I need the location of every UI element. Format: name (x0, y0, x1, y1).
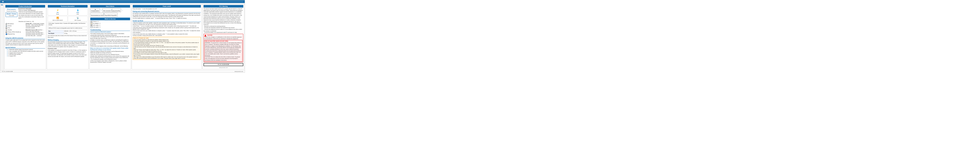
icon-list-left: 🎤 Microphone 🔊 Volume ⏮ Prev ⏸ (5, 23, 25, 36)
microphone-label: Microphone (8, 23, 14, 25)
how-arrow-1: → (100, 9, 102, 11)
aux-label: AUX cable × 1 (93, 25, 100, 26)
col-power: Power on/off Press the button " " to tur… (132, 4, 202, 70)
notice-f: f.when two Tremors enter Double Up mode,… (134, 49, 200, 52)
caution-header: CAUTION (207, 35, 212, 36)
notice-d: d.Once power off the main speaker will e… (134, 45, 200, 46)
how-it-works-header: How It Works (90, 5, 130, 8)
bluetooth-led-description: Bluetooth & Line in LED Gold Red — Line-… (25, 29, 45, 36)
col-how-it-works: How It Works 🔌 Charging speaker → 🔗 Wire… (89, 4, 131, 70)
pairing-icon: ⏭ (5, 31, 7, 33)
col-technical: Technical Information ⚡ 10w Power 💧 IPX5… (47, 4, 89, 70)
notice-e: e.After two tremors exit from 'Double Up… (134, 46, 200, 49)
product-description: BLUETOOTH SPEAKER Thank you Model: DREAM… (19, 8, 45, 22)
risk-box: RISK OF ELECTRIC SHOCK DO NOT OPEN WARNI… (204, 40, 242, 62)
nfc-icon: 📡 (76, 17, 79, 19)
charge-led-description: Charge LED — Charge battery charging Blu… (25, 23, 45, 28)
description-text: Thank you for purchasing this Bluetooth … (19, 11, 44, 19)
power-on-off-text: Press the button " " to turn the speaker… (133, 8, 201, 10)
line-in-section-title: Using the LINE IN connector (5, 37, 45, 39)
icon-microphone: 🎤 Microphone (5, 23, 25, 25)
troubleshoot-2-step-2: •Reset the speaker by turning it off and… (90, 52, 111, 54)
troubleshoot-2-step-3: •Clear the current pairing entry from yo… (90, 54, 119, 55)
troubleshoot-1-step-4: 3.If the issue only happens when connect… (90, 46, 128, 47)
tech-nfc: 📡 NFC Function (68, 16, 88, 22)
ipx5-icon: 💧 (76, 9, 79, 12)
wire-icon: 🔗 (103, 9, 120, 10)
feature-5: 5. Support NFC (7, 55, 45, 57)
recommended-label: Recommended use: AUX/DC Player/FM/CD Pla… (91, 15, 117, 16)
microphone-icon: 🎤 (5, 23, 7, 25)
page-number-side: 54 (1, 4, 3, 6)
protection-text: If the speaker is unplug and unused for … (48, 49, 88, 54)
notice-b: b.To link both speakers by 'Double Up' m… (134, 41, 200, 42)
notice-i: i.NFC tags on the mobile phone/tablet on… (134, 56, 200, 59)
spec-size-key: Size (48, 30, 64, 32)
footer-fcc-id: FCC ID: 2AJGB-W135B (2, 71, 13, 72)
thank-you: Thank you Model: DREAMMAVEX (19, 10, 36, 11)
notice-list: a.You can simply 'Double Up' mode when t… (134, 39, 200, 59)
double-up-title: Double Up Mode (133, 20, 201, 22)
guide-label: User guide × 1 (93, 27, 100, 28)
notice-double-up: Notice for 'Double Up' mode a.You can si… (133, 37, 201, 60)
troubleshooting-title: Troubleshooting (90, 29, 130, 31)
notice-a: a.You can simply 'Double Up' mode when t… (134, 39, 200, 41)
charging-icon: 🔌 (91, 9, 99, 10)
troubleshoot-1-title: Cannot experience Bluetooth speakers (90, 31, 130, 33)
pairing-step2: 2.on the mobile device or computer, pres… (133, 17, 201, 19)
troubleshoot-2-title: Make sure what you're connecting is this… (90, 47, 130, 51)
spec-row-size: Size 325×60 × 178 × 170 mm (48, 30, 88, 32)
bluetooth-key-label: Bluetooth Key (8, 33, 15, 35)
prev-icon: ⏮ (5, 27, 7, 29)
standby-label: Standby (8, 29, 12, 31)
tech-ipx5: 💧 IPX5 IPX5 (68, 8, 88, 16)
troubleshoot-2: Make sure what you're connecting is this… (90, 47, 130, 63)
spec-row-weight: Net Weight 4.0 kg (48, 32, 88, 35)
troubleshoot-1-step-1: The trouble shooting steps in this artic… (90, 33, 124, 36)
feature-3: 3. Support phone hands-free (7, 52, 45, 54)
icon-volume: 🔊 Volume (5, 25, 25, 27)
manufacturer: Shenzhen L&Y Audio Co., LTD (19, 21, 34, 22)
main-content: 54 Product Introduction Pursonic Pursue … (0, 3, 245, 70)
spec-size-value: 325×60 × 178 × 170 mm (64, 30, 88, 32)
how-step-wire: 🔗 Wire connection charging phone/Play (102, 8, 121, 12)
adapter-icon: ⚡ (90, 23, 93, 24)
model-box: Model: Tremor User Guide (6, 12, 18, 17)
protection-section: Protection mode If the speaker is unplug… (48, 48, 88, 57)
tech-power: ⚡ 10w Power (48, 8, 67, 16)
troubleshoot-1-step-2: 1.Try playing other audio files. Ensure … (90, 36, 130, 39)
columns: Product Introduction Pursonic Pursue You… (4, 3, 245, 70)
power-icon: ⚡ (56, 9, 59, 12)
user-guide-label: User Guide (6, 15, 16, 16)
top-bar: 88 (0, 0, 245, 3)
notice-c: c.In the situation/pairing: Double Up mo… (134, 42, 200, 45)
volume-label: Volume (8, 25, 11, 27)
driver-text: 2 full range, 2 passive driver, 2 tweete… (48, 23, 86, 25)
line-in-text: A stereo audio cable with 3.5 mm plugs e… (5, 40, 45, 46)
special-features-title: Special features (5, 46, 45, 49)
tech-grid: ⚡ 10w Power 💧 IPX5 IPX5 📶 CSR 4.0 A2DP A… (48, 8, 88, 22)
power-value: 10w (57, 12, 59, 14)
power-step4: 4.Turn on the music from your mobile dev… (133, 33, 201, 35)
notice-g: g.Any problem occurred, power off the sp… (134, 52, 200, 54)
guide-icon: 📄 (90, 27, 93, 28)
nfc-label: NFC Function (75, 20, 81, 21)
footer-website: www.pursonic.com (234, 71, 243, 72)
special-features-list: 1. Bluetooth wireless signal transmissio… (5, 49, 45, 57)
box-item-aux: 🎧 AUX cable × 1 (90, 25, 130, 26)
box-item-tremor: 🔊 Tremor × 1 (90, 21, 130, 22)
brand-tagline: Pursue Your Dreams (7, 10, 16, 12)
how-it-works-diagram: 🔌 Charging speaker → 🔗 Wire connection c… (90, 8, 130, 17)
how-step-charging: 🔌 Charging speaker (90, 8, 100, 12)
tremor-label: Tremor × 1 (93, 21, 99, 22)
risk-header: RISK OF ELECTRIC SHOCK DO NOT OPEN (205, 41, 242, 42)
top-bar-divider (6, 2, 243, 2)
aux-icon: 🎧 (90, 25, 93, 26)
whats-in-box-list: 🔊 Tremor × 1 ⚡ An adapter × 1 🎧 AUX cabl… (90, 21, 130, 28)
double-up-step3: 3.Turn on the music from your mobile dev… (133, 30, 201, 33)
model-name: Model: Tremor (6, 13, 16, 15)
volume-icon: 🔊 (5, 25, 7, 27)
brand-name: Pursonic (7, 8, 16, 10)
caution-text: Caution Any changes or modifications to … (204, 36, 242, 40)
page-number-top: 88 (2, 1, 4, 3)
